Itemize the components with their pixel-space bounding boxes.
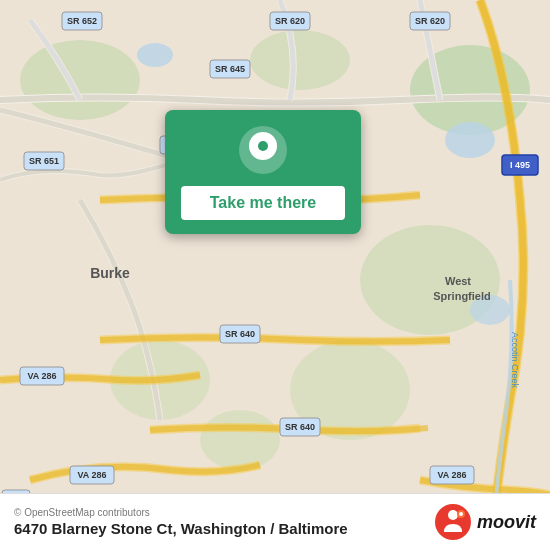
location-card: Take me there xyxy=(165,110,361,234)
moovit-icon xyxy=(435,504,471,540)
svg-text:VA 286: VA 286 xyxy=(437,470,466,480)
svg-point-8 xyxy=(137,43,173,67)
svg-text:VA 286: VA 286 xyxy=(27,371,56,381)
svg-text:SR 651: SR 651 xyxy=(29,156,59,166)
svg-text:SR 620: SR 620 xyxy=(415,16,445,26)
svg-text:I 495: I 495 xyxy=(510,160,530,170)
moovit-logo: moovit xyxy=(435,504,536,540)
take-me-there-button[interactable]: Take me there xyxy=(181,186,345,220)
svg-text:Burke: Burke xyxy=(90,265,130,281)
svg-text:SR 652: SR 652 xyxy=(67,16,97,26)
svg-point-2 xyxy=(250,30,350,90)
svg-point-6 xyxy=(200,410,280,470)
svg-point-1 xyxy=(20,40,140,120)
bottom-bar: © OpenStreetMap contributors 6470 Blarne… xyxy=(0,493,550,550)
copyright-text: © OpenStreetMap contributors xyxy=(14,507,348,518)
svg-text:SR 620: SR 620 xyxy=(275,16,305,26)
bottom-left-content: © OpenStreetMap contributors 6470 Blarne… xyxy=(14,507,348,537)
moovit-wordmark: moovit xyxy=(477,512,536,533)
svg-text:West: West xyxy=(445,275,471,287)
svg-point-9 xyxy=(445,122,495,158)
address-text: 6470 Blarney Stone Ct, Washington / Balt… xyxy=(14,520,348,537)
svg-point-44 xyxy=(258,141,268,151)
svg-point-45 xyxy=(435,504,471,540)
map-container: SR 652 SR 620 SR 620 I 495 SR 651 SR 645… xyxy=(0,0,550,550)
svg-point-46 xyxy=(448,510,458,520)
svg-text:Springfield: Springfield xyxy=(433,290,490,302)
svg-text:SR 640: SR 640 xyxy=(225,329,255,339)
svg-text:SR 640: SR 640 xyxy=(285,422,315,432)
svg-point-48 xyxy=(459,512,463,516)
svg-text:VA 286: VA 286 xyxy=(77,470,106,480)
map-background: SR 652 SR 620 SR 620 I 495 SR 651 SR 645… xyxy=(0,0,550,550)
location-pin-icon xyxy=(237,124,289,176)
svg-text:Accotin Creek: Accotin Creek xyxy=(510,332,520,389)
svg-text:SR 645: SR 645 xyxy=(215,64,245,74)
